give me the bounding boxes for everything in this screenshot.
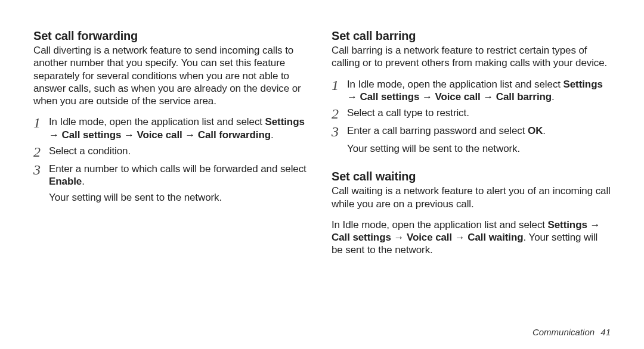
step-number: 1 [33,116,49,130]
step-number: 3 [33,163,49,177]
right-column: Set call barring Call barring is a netwo… [332,29,611,349]
page-footer: Communication 41 [532,327,611,337]
step-text: In Idle mode, open the application list … [347,78,611,104]
intro-call-forwarding: Call diverting is a network feature to s… [33,44,312,107]
text-fragment: In Idle mode, open the application list … [347,79,564,90]
text-bold: Settings [564,79,603,90]
text-fragment: → [481,91,496,102]
step-3-forwarding-after: Your setting will be sent to the network… [49,191,312,204]
text-fragment: → [121,129,137,141]
left-column: Set call forwarding Call diverting is a … [33,29,312,349]
step-text: Enter a number to which calls will be fo… [49,163,312,188]
step-number: 1 [332,78,347,92]
text-bold: Call settings [332,232,391,243]
step-3-barring-after: Your setting will be sent to the network… [347,142,611,155]
intro-call-waiting: Call waiting is a network feature to ale… [332,185,611,210]
step-text: In Idle mode, open the application list … [49,116,312,141]
text-fragment: In Idle mode, open the application list … [49,116,265,127]
text-bold: OK [528,125,543,136]
text-bold: Call waiting [467,232,523,243]
step-number: 2 [332,107,347,121]
text-bold: Voice call [407,232,452,243]
step-text: Select a call type to restrict. [347,107,611,119]
manual-page: Set call forwarding Call diverting is a … [0,0,644,349]
step-1-barring: 1 In Idle mode, open the application lis… [332,78,611,104]
text-fragment: → [419,91,435,102]
text-fragment: . [543,125,546,136]
text-bold: Call settings [360,91,420,102]
text-fragment: → [391,232,407,243]
footer-page-number: 41 [600,327,611,337]
steps-call-barring: 1 In Idle mode, open the application lis… [332,78,611,139]
text-fragment: → [347,91,360,102]
step-3-forwarding: 3 Enter a number to which calls will be … [33,163,312,188]
text-fragment: . [552,91,555,102]
step-text: Enter a call barring password and select… [347,124,611,137]
text-bold: Settings [548,219,587,230]
step-number: 2 [33,145,49,159]
text-fragment: → [182,129,198,141]
text-bold: Settings [265,116,305,127]
text-fragment: Enter a call barring password and select [347,125,528,136]
step-number: 3 [332,124,347,139]
text-bold: Voice call [435,91,480,102]
text-fragment: → [49,129,62,141]
heading-call-barring: Set call barring [332,29,611,43]
text-bold: Call barring [496,91,552,102]
text-bold: Voice call [137,129,182,141]
text-bold: Call settings [62,129,122,141]
step-2-barring: 2 Select a call type to restrict. [332,107,611,121]
heading-call-forwarding: Set call forwarding [33,29,312,43]
text-fragment: → [452,232,467,243]
text-fragment: → [587,219,600,230]
intro-call-barring: Call barring is a network feature to res… [332,44,611,70]
text-bold: Call forwarding [198,129,271,141]
heading-call-waiting: Set call waiting [332,169,611,183]
text-fragment: . [82,176,85,187]
step-text: Select a condition. [49,145,312,157]
text-bold: Enable [49,176,82,187]
text-fragment: . [271,129,274,141]
step-3-barring: 3 Enter a call barring password and sele… [332,124,611,139]
text-fragment: Enter a number to which calls will be fo… [49,163,306,174]
text-fragment: In Idle mode, open the application list … [332,219,548,230]
para-call-waiting-path: In Idle mode, open the application list … [332,219,611,257]
step-1-forwarding: 1 In Idle mode, open the application lis… [33,116,312,141]
step-2-forwarding: 2 Select a condition. [33,145,312,159]
steps-call-forwarding: 1 In Idle mode, open the application lis… [33,116,312,188]
footer-chapter: Communication [532,327,595,337]
